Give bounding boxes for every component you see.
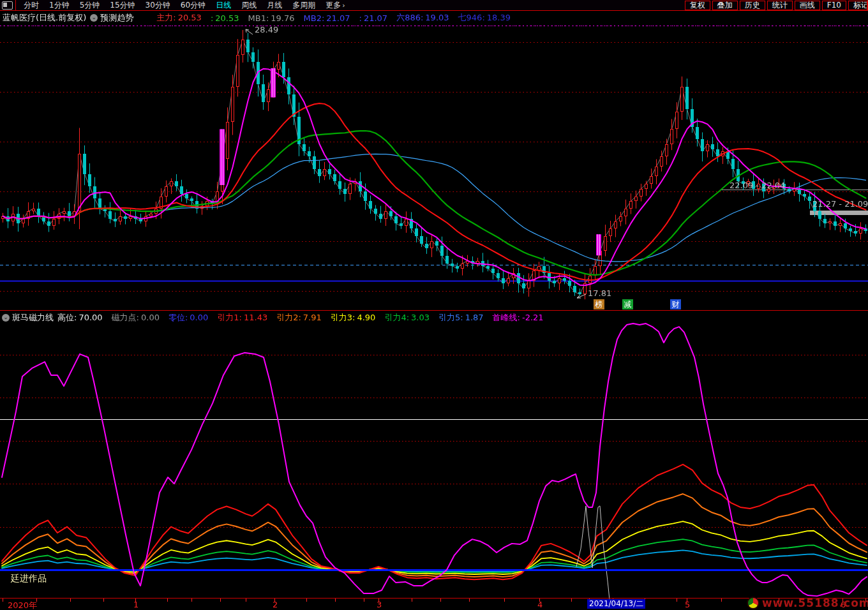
indicator-header: ⌄ 斑马磁力线 高位:70.00 磁力点:0.00 零位:0.00 引力1:11…: [2, 312, 553, 324]
forecast-trend-label[interactable]: 预测趋势: [100, 12, 133, 24]
tab-multi-period[interactable]: 多周期: [287, 0, 320, 11]
field-yinli5: 引力5:1.87: [438, 312, 484, 324]
menu-bar: 分时 1分钟 5分钟 15分钟 30分钟 60分钟 日线 周线 月线 多周期 更…: [0, 0, 868, 11]
axis-label-may: 5: [685, 600, 690, 609]
support-range-label: 21.27 - 21.09: [812, 199, 868, 209]
field-gaowei: 高位:70.00: [57, 312, 103, 324]
badge-cai[interactable]: 财: [670, 299, 681, 309]
axis-label-mar: 3: [377, 600, 382, 609]
field-yinli4: 引力4:3.03: [384, 312, 430, 324]
info-bar: 蓝帆医疗(日线.前复权) ⌄ 预测趋势 主力:20.53 :20.53 MB1:…: [3, 12, 520, 24]
tab-1min[interactable]: 1分钟: [44, 0, 75, 11]
axis-label-2020: 2020年: [8, 600, 37, 610]
selected-date-box[interactable]: 2021/04/13/二: [587, 599, 645, 609]
site-logo: www.55188.com: [747, 597, 868, 609]
site-url-text: www.55188.com: [762, 597, 868, 609]
stock-app-window: { "menu": { "items": [ {"label":"分时","ac…: [0, 0, 868, 610]
tab-weekly[interactable]: 周线: [236, 0, 262, 11]
resistance-range-label: 22.09 - 22.04: [730, 181, 785, 190]
field-yinli3: 引力3:4.90: [331, 312, 376, 324]
tab-monthly[interactable]: 月线: [262, 0, 287, 11]
indicator-value-mb2: MB2:21.07: [304, 13, 350, 23]
field-lingwei: 零位:0.00: [168, 312, 208, 324]
tab-30min[interactable]: 30分钟: [140, 0, 176, 11]
indicator-value-qi946: 七946:18.39: [458, 12, 511, 24]
axis-label-apr: 4: [537, 600, 542, 609]
field-yinli1: 引力1:11.43: [217, 312, 267, 324]
chart-canvas[interactable]: [0, 0, 868, 610]
field-shoufengxian: 首峰线:-2.21: [493, 312, 544, 324]
axis-label-jan: 1: [133, 600, 138, 609]
swirl-logo-icon: [747, 597, 760, 609]
stock-title: 蓝帆医疗(日线.前复权): [3, 12, 86, 24]
indicator-value-mb1: MB1:19.76: [248, 13, 295, 23]
tab-fenshi[interactable]: 分时: [19, 0, 44, 11]
axis-label-feb: 2: [273, 600, 278, 609]
overlay-button[interactable]: 叠加: [712, 1, 738, 10]
mark-button[interactable]: 标记: [848, 1, 867, 10]
menu-divider: [15, 0, 16, 10]
chevron-right-icon: ›: [342, 1, 345, 10]
history-button[interactable]: 历史: [740, 1, 765, 10]
author-watermark: 廷进作品: [11, 573, 47, 584]
indicator-name[interactable]: 斑马磁力线: [12, 312, 54, 324]
chevron-down-icon[interactable]: ⌄: [2, 314, 10, 322]
f10-button[interactable]: F10: [822, 1, 846, 10]
drawline-button[interactable]: 画线: [795, 1, 820, 10]
indicator-value-zhuli: 主力:20.53: [156, 12, 202, 24]
tab-5min[interactable]: 5分钟: [75, 0, 105, 11]
panel-layout-icon[interactable]: [2, 1, 13, 10]
badge-bang[interactable]: 榜: [594, 299, 604, 309]
stats-button[interactable]: 统计: [767, 1, 793, 10]
indicator-value-green: :20.53: [211, 13, 239, 23]
indicator-value-mb2b: :21.07: [359, 13, 388, 23]
tab-daily[interactable]: 日线: [211, 0, 236, 11]
tab-60min[interactable]: 60分钟: [176, 0, 211, 11]
chevron-down-icon[interactable]: ⌄: [90, 14, 98, 22]
tab-15min[interactable]: 15分钟: [105, 0, 140, 11]
field-cilidian: 磁力点:0.00: [112, 312, 160, 324]
fuquan-button[interactable]: 复权: [685, 1, 710, 10]
indicator-value-liu886: 六886:19.03: [396, 12, 449, 24]
badge-jian[interactable]: 减: [622, 299, 633, 309]
low-price-label: 17.81: [588, 288, 611, 298]
menu-right-group: 复权 叠加 历史 统计 画线 F10 标记: [683, 1, 867, 10]
peak-price-label: 28.49: [255, 25, 278, 34]
field-yinli2: 引力2:7.91: [276, 312, 322, 324]
